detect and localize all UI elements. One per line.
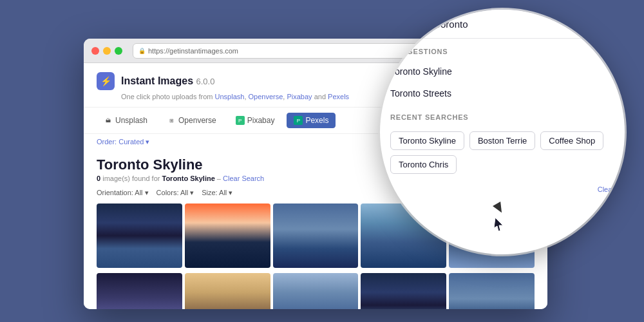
- unsplash-icon: 🏔: [104, 116, 113, 125]
- traffic-lights: [91, 47, 122, 55]
- pexels-label: Pexels: [305, 116, 328, 125]
- grid-image-9[interactable]: [361, 273, 446, 309]
- pexels-link[interactable]: Pexels: [328, 93, 349, 100]
- tab-unsplash[interactable]: 🏔 Unsplash: [97, 113, 155, 128]
- suggestion-toronto-streets[interactable]: Toronto Streets: [380, 82, 625, 104]
- lock-icon: 🔒: [138, 48, 146, 54]
- pexels-icon: P: [294, 116, 303, 125]
- recent-tag-toronto-skyline[interactable]: Toronto Skyline: [390, 131, 464, 150]
- close-button[interactable]: [91, 47, 99, 55]
- order-label: Order:: [97, 138, 118, 146]
- recent-tag-boston-terrier[interactable]: Boston Terrie: [469, 131, 535, 150]
- suggestion-toronto-skyline[interactable]: Toronto Skyline: [380, 61, 625, 82]
- colors-filter[interactable]: Colors: All ▾: [156, 189, 194, 197]
- grid-image-7[interactable]: [185, 273, 270, 309]
- results-count: 0: [97, 175, 100, 182]
- tab-pixabay[interactable]: P Pixabay: [229, 113, 282, 128]
- brand-icon: ⚡: [97, 72, 115, 90]
- pixabay-label: Pixabay: [247, 116, 275, 125]
- search-tag-close[interactable]: ×: [403, 20, 407, 28]
- grid-image-3[interactable]: [273, 204, 359, 268]
- recent-tag-coffee-shop[interactable]: Coffee Shop: [540, 131, 603, 150]
- size-filter[interactable]: Size: All ▾: [202, 189, 232, 197]
- recent-tag-toronto-christmas[interactable]: Toronto Chris: [390, 155, 457, 174]
- tab-openverse[interactable]: ⊞ Openverse: [160, 113, 223, 128]
- clear-recent-link[interactable]: Clear: [380, 183, 625, 200]
- order-value[interactable]: Curated ▾: [118, 138, 149, 146]
- pixabay-icon: P: [236, 116, 245, 125]
- openverse-link[interactable]: Openverse: [249, 93, 283, 100]
- search-term: Toronto Skyline: [162, 175, 215, 182]
- openverse-label: Openverse: [178, 116, 216, 125]
- maximize-button[interactable]: [115, 47, 122, 55]
- recent-tags: Toronto Skyline Boston Terrie Coffee Sho…: [380, 126, 625, 183]
- brand-version: 6.0.0: [196, 77, 214, 86]
- unsplash-link[interactable]: Unsplash: [215, 93, 245, 100]
- suggestion-label-2: Toronto Streets: [390, 88, 451, 99]
- orientation-filter[interactable]: Orientation: All ▾: [97, 189, 149, 197]
- pixabay-link[interactable]: Pixabay: [287, 93, 312, 100]
- grid-image-2[interactable]: [185, 204, 270, 268]
- search-dropdown-overlay: 000 × ▾ SUGGESTIONS Toronto Skyline Toro…: [380, 10, 625, 254]
- recent-searches-section-label: RECENT SEARCHES: [380, 104, 625, 126]
- openverse-icon: ⊞: [167, 116, 176, 125]
- grid-image-10[interactable]: [449, 273, 535, 309]
- url-text: https://getinstantimages.com: [148, 47, 238, 55]
- grid-image-1[interactable]: [97, 204, 182, 268]
- grid-image-8[interactable]: [273, 273, 359, 309]
- clear-search-link[interactable]: Clear Search: [223, 175, 264, 182]
- unsplash-label: Unsplash: [115, 116, 147, 125]
- brand-name: Instant Images 6.0.0: [121, 75, 214, 87]
- tab-pexels[interactable]: P Pexels: [287, 113, 336, 128]
- suggestion-label-1: Toronto Skyline: [390, 66, 452, 77]
- minimize-button[interactable]: [103, 47, 111, 55]
- grid-image-6[interactable]: [97, 273, 182, 309]
- brand-lightning: ⚡: [100, 76, 111, 86]
